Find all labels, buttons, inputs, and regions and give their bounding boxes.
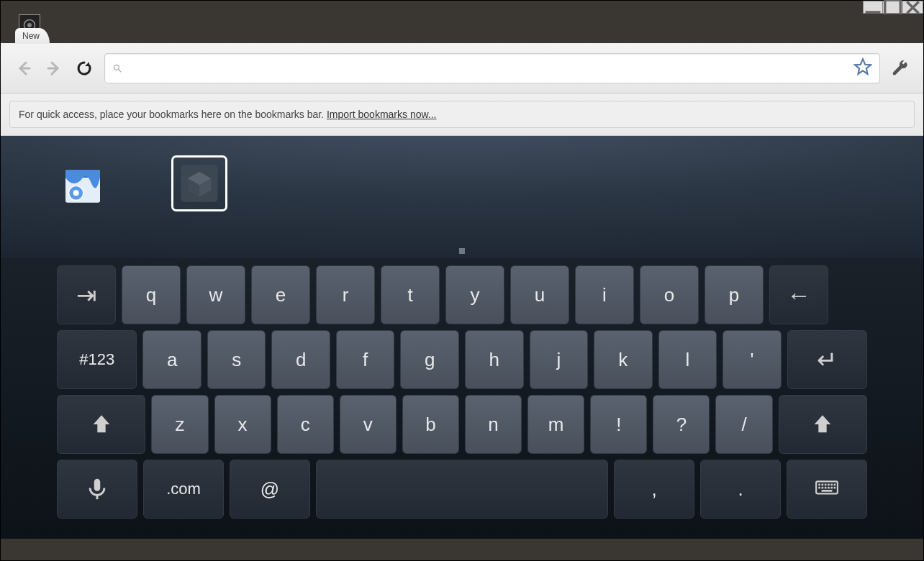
window-controls — [863, 1, 923, 14]
svg-rect-17 — [818, 484, 820, 486]
svg-rect-29 — [822, 490, 833, 492]
keyboard-row-3: z x c v b n m ! ? / — [57, 395, 867, 454]
new-tab-page — [1, 136, 923, 258]
period-key[interactable]: . — [700, 460, 781, 519]
mic-key[interactable] — [57, 460, 137, 519]
key-e[interactable]: e — [251, 265, 310, 324]
search-icon — [112, 63, 122, 73]
svg-rect-14 — [94, 479, 101, 491]
minimize-button[interactable] — [863, 1, 883, 14]
svg-rect-1 — [885, 0, 901, 15]
settings-wrench-button[interactable] — [890, 58, 910, 78]
key-m[interactable]: m — [527, 395, 584, 454]
key-i[interactable]: i — [575, 265, 634, 324]
bookmark-star-button[interactable] — [853, 58, 872, 79]
hide-keyboard-key[interactable] — [787, 460, 867, 519]
key-t[interactable]: t — [381, 265, 440, 324]
symbols-key[interactable]: #123 — [57, 330, 137, 389]
svg-rect-24 — [822, 487, 824, 489]
browser-window: New For quick access, place your bookmar… — [0, 0, 924, 561]
svg-line-7 — [119, 69, 122, 72]
key-exclaim[interactable]: ! — [590, 395, 647, 454]
key-y[interactable]: y — [445, 265, 504, 324]
shift-left-key[interactable] — [57, 395, 145, 454]
backspace-key[interactable]: ← — [769, 265, 828, 324]
svg-rect-26 — [828, 487, 830, 489]
key-c[interactable]: c — [277, 395, 334, 454]
key-question[interactable]: ? — [653, 395, 710, 454]
url-input[interactable] — [128, 62, 848, 74]
svg-point-6 — [114, 65, 119, 70]
import-bookmarks-link[interactable]: Import bookmarks now... — [327, 109, 437, 120]
svg-rect-20 — [828, 484, 830, 486]
key-b[interactable]: b — [402, 395, 459, 454]
svg-rect-27 — [830, 487, 833, 489]
svg-rect-19 — [825, 484, 827, 486]
key-r[interactable]: r — [316, 265, 375, 324]
app-tile-web-store[interactable] — [57, 158, 109, 209]
keyboard-row-1: ⇥ q w e r t y u i o p ← — [57, 265, 867, 324]
bookmarks-hint: For quick access, place your bookmarks h… — [9, 101, 915, 128]
key-d[interactable]: d — [271, 330, 330, 389]
svg-point-12 — [73, 190, 79, 196]
on-screen-keyboard: ⇥ q w e r t y u i o p ← #123 a s d f g h… — [1, 258, 923, 539]
bookmarks-bar: For quick access, place your bookmarks h… — [1, 94, 923, 136]
key-g[interactable]: g — [400, 330, 459, 389]
svg-point-3 — [27, 23, 32, 27]
shift-right-key[interactable] — [779, 395, 867, 454]
key-h[interactable]: h — [465, 330, 524, 389]
key-k[interactable]: k — [594, 330, 653, 389]
svg-rect-25 — [825, 487, 827, 489]
key-apostrophe[interactable]: ' — [723, 330, 782, 389]
key-q[interactable]: q — [122, 265, 181, 324]
key-j[interactable]: j — [530, 330, 589, 389]
tab-key[interactable]: ⇥ — [57, 265, 116, 324]
key-f[interactable]: f — [336, 330, 395, 389]
key-x[interactable]: x — [214, 395, 271, 454]
key-w[interactable]: w — [186, 265, 245, 324]
key-l[interactable]: l — [658, 330, 717, 389]
key-o[interactable]: o — [640, 265, 699, 324]
key-p[interactable]: p — [705, 265, 764, 324]
svg-rect-18 — [822, 484, 824, 486]
maximize-button[interactable] — [883, 1, 903, 14]
address-bar[interactable] — [104, 53, 880, 83]
key-n[interactable]: n — [465, 395, 522, 454]
keyboard-row-2: #123 a s d f g h j k l ' ↵ — [57, 330, 867, 389]
svg-rect-22 — [834, 484, 836, 486]
bookmarks-hint-text: For quick access, place your bookmarks h… — [19, 109, 327, 120]
navigation-toolbar — [1, 43, 923, 94]
window-titlebar — [1, 1, 923, 14]
close-button[interactable] — [903, 1, 923, 14]
key-z[interactable]: z — [151, 395, 208, 454]
key-slash[interactable]: / — [715, 395, 772, 454]
back-button[interactable] — [14, 58, 34, 78]
key-s[interactable]: s — [207, 330, 266, 389]
app-tile-cube[interactable] — [173, 158, 225, 209]
key-u[interactable]: u — [510, 265, 569, 324]
space-key[interactable] — [316, 460, 608, 519]
svg-rect-0 — [866, 11, 881, 14]
enter-key[interactable]: ↵ — [787, 330, 867, 389]
tab-new[interactable]: New — [15, 28, 50, 44]
svg-rect-28 — [834, 487, 836, 489]
page-indicator-dot[interactable] — [459, 248, 465, 254]
tab-strip: New — [1, 14, 923, 43]
svg-rect-21 — [830, 484, 833, 486]
reload-button[interactable] — [74, 58, 94, 78]
dot-com-key[interactable]: .com — [143, 460, 224, 519]
key-a[interactable]: a — [142, 330, 201, 389]
forward-button[interactable] — [44, 58, 64, 78]
comma-key[interactable]: , — [614, 460, 694, 519]
keyboard-row-4: .com @ , . — [57, 460, 867, 519]
svg-rect-23 — [818, 487, 820, 489]
at-key[interactable]: @ — [230, 460, 310, 519]
key-v[interactable]: v — [340, 395, 397, 454]
tab-title: New — [22, 31, 40, 41]
